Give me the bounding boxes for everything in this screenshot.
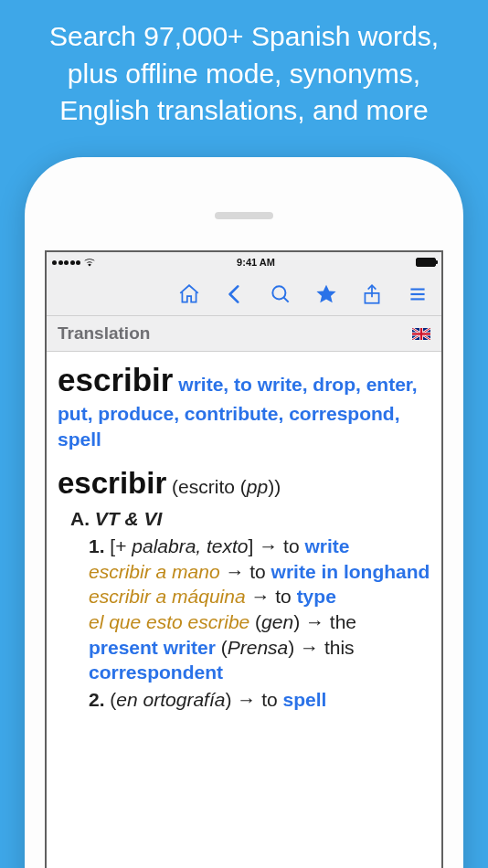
app-toolbar — [47, 272, 441, 316]
back-button[interactable] — [222, 281, 248, 307]
promo-line: plus offline mode, synonyms, — [26, 56, 462, 93]
target-link[interactable]: correspondent — [89, 662, 223, 683]
example-phrase: escribir a mano — [89, 561, 220, 582]
target-link[interactable]: type — [297, 586, 336, 607]
status-time: 9:41 AM — [237, 257, 275, 268]
example-phrase: el que esto escribe — [89, 611, 249, 632]
search-icon — [269, 282, 292, 306]
sense-2: 2. (en ortografía) → to spell — [89, 687, 430, 713]
headword: escribir — [58, 362, 173, 397]
sense-1: 1. [+ palabra, texto] → to write escribi… — [89, 534, 430, 685]
part-of-speech: VT & VI — [95, 508, 163, 529]
home-icon — [177, 282, 201, 306]
battery-icon — [416, 258, 436, 267]
svg-rect-10 — [412, 333, 430, 334]
target-link[interactable]: write in longhand — [271, 561, 430, 582]
entry-headword: escribir — [58, 466, 166, 500]
sense-number: 1. — [89, 535, 105, 556]
promo-line: Search 97,000+ Spanish words, — [26, 18, 462, 56]
phone-screen: 9:41 AM Tra — [45, 250, 443, 868]
example-phrase: escribir a máquina — [89, 586, 246, 607]
wifi-icon — [83, 258, 96, 267]
search-button[interactable] — [268, 281, 293, 307]
share-button[interactable] — [359, 281, 385, 307]
entry-variant: (escrito (pp)) — [172, 476, 281, 497]
svg-point-0 — [272, 286, 285, 299]
target-link[interactable]: present writer — [89, 637, 216, 658]
promo-banner: Search 97,000+ Spanish words, plus offli… — [0, 0, 488, 152]
target-link[interactable]: write — [304, 535, 349, 556]
home-button[interactable] — [176, 281, 202, 307]
entry-heading: escribir (escrito (pp)) — [58, 463, 430, 503]
status-right — [416, 258, 436, 267]
entry-section-a: A. VT & VI — [70, 506, 430, 532]
entry-content[interactable]: escribir write, to write, drop, enter, p… — [47, 352, 441, 868]
section-title: Translation — [58, 323, 150, 344]
menu-button[interactable] — [405, 281, 430, 307]
svg-line-1 — [283, 297, 288, 302]
favorite-button[interactable] — [313, 281, 339, 307]
promo-line: English translations, and more — [26, 92, 462, 130]
phone-speaker — [215, 212, 273, 219]
section-header: Translation — [47, 316, 441, 352]
sense-number: 2. — [89, 689, 105, 710]
status-left — [52, 258, 96, 267]
section-letter: A. — [70, 508, 90, 529]
phone-frame: 9:41 AM Tra — [25, 157, 463, 868]
chevron-left-icon — [223, 282, 247, 306]
translation-summary: escribir write, to write, drop, enter, p… — [58, 359, 430, 452]
status-bar: 9:41 AM — [47, 252, 441, 272]
menu-icon — [406, 282, 430, 306]
uk-flag-icon — [412, 328, 430, 340]
signal-dots-icon — [52, 260, 80, 265]
share-icon — [360, 282, 384, 306]
target-link[interactable]: spell — [282, 689, 326, 710]
star-icon — [314, 282, 338, 306]
